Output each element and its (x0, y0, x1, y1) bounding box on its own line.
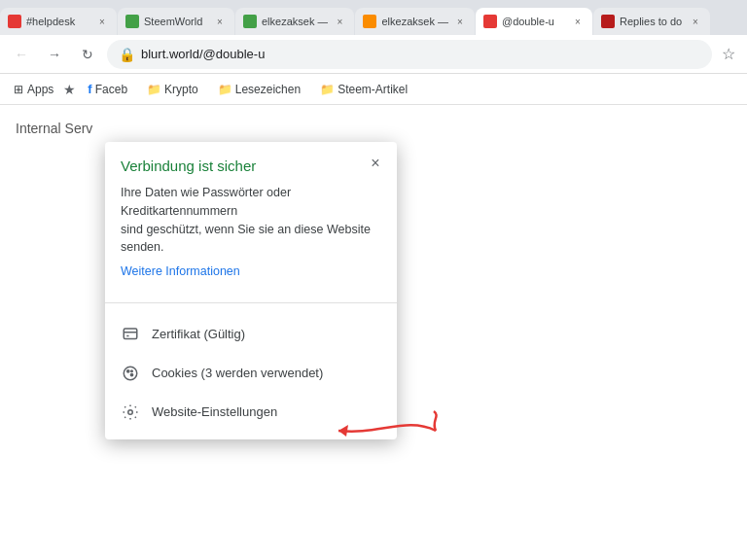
tab-elkezaksek2[interactable]: elkezaksek — × (355, 8, 474, 35)
cert-icon (121, 325, 140, 344)
tab-label: elkezaksek — (262, 16, 328, 27)
lock-icon: 🔒 (119, 47, 135, 62)
bookmark-folder-icon: 📁 (147, 83, 161, 96)
forward-button[interactable]: → (41, 41, 68, 68)
apps-grid-icon: ⊞ (14, 83, 23, 96)
bookmark-star-button[interactable]: ☆ (718, 45, 739, 63)
tab-steemworld[interactable]: SteemWorld × (118, 8, 234, 35)
more-info-link[interactable]: Weitere Informationen (121, 262, 381, 281)
bookmark-faceb[interactable]: f Faceb (80, 79, 135, 99)
bookmark-label: Steem-Artikel (338, 83, 408, 96)
address-bar[interactable]: 🔒 blurt.world/@double-u (107, 40, 712, 69)
popup-item-settings[interactable]: Website-Einstellungen (105, 393, 397, 432)
browser-window: #helpdesk × SteemWorld × elkezaksek — × … (0, 0, 747, 560)
tab-favicon (243, 15, 257, 28)
tab-replies[interactable]: Replies to do × (593, 8, 710, 35)
tab-close-button[interactable]: × (689, 15, 702, 28)
tab-label: elkezaksek — (381, 16, 447, 27)
bookmarks-bar: ⊞ Apps ★ f Faceb 📁 Krypto 📁 Lesezeichen … (0, 74, 747, 105)
popup-title: Verbindung ist sicher (121, 158, 381, 174)
apps-label: Apps (27, 83, 53, 96)
address-text: blurt.world/@double-u (141, 47, 700, 61)
popup-item-label: Cookies (3 werden verwendet) (152, 366, 323, 380)
tab-favicon (363, 15, 376, 28)
svg-point-5 (130, 373, 132, 375)
tab-label: Replies to do (620, 16, 684, 27)
popup-body-text1: Ihre Daten wie Passwörter oder Kreditkar… (121, 186, 291, 218)
popup-item-cookies[interactable]: Cookies (3 werden verwendet) (105, 354, 397, 393)
bookmark-folder-icon: 📁 (218, 83, 232, 96)
tab-label: #helpdesk (26, 16, 90, 27)
tab-close-button[interactable]: × (333, 15, 346, 28)
toolbar: ← → ↻ 🔒 blurt.world/@double-u ☆ (0, 35, 747, 74)
apps-button[interactable]: ⊞ Apps (8, 80, 59, 99)
svg-rect-0 (124, 329, 137, 339)
tab-close-button[interactable]: × (213, 15, 227, 28)
bookmark-icon: f (88, 82, 91, 96)
back-button[interactable]: ← (8, 41, 35, 68)
popup-items-section: Zertifikat (Gültig) Cookies (3 werden ve… (105, 315, 397, 439)
bookmark-steem[interactable]: 📁 Steem-Artikel (312, 80, 415, 99)
tab-close-button[interactable]: × (95, 15, 109, 28)
popup-body-text2: sind geschützt, wenn Sie sie an diese We… (121, 223, 371, 255)
bookmark-krypto[interactable]: 📁 Krypto (139, 80, 206, 99)
page-content: Internal Serv Verbindung ist sicher × Ih… (0, 105, 747, 560)
security-popup: Verbindung ist sicher × Ihre Daten wie P… (105, 142, 397, 439)
popup-close-button[interactable]: × (366, 154, 385, 173)
tab-label: SteemWorld (144, 16, 208, 27)
bookmark-label: Lesezeichen (235, 83, 301, 96)
gear-icon (121, 402, 140, 422)
svg-point-6 (131, 370, 133, 372)
tab-favicon (601, 15, 615, 28)
svg-point-3 (124, 367, 137, 380)
reload-button[interactable]: ↻ (74, 41, 101, 68)
star-icon: ★ (63, 82, 76, 97)
tab-elkezaksek1[interactable]: elkezaksek — × (235, 8, 354, 35)
cookie-icon (121, 364, 140, 383)
bookmark-label: Faceb (95, 83, 127, 96)
bookmark-label: Krypto (164, 83, 198, 96)
tab-bar: #helpdesk × SteemWorld × elkezaksek — × … (0, 0, 747, 35)
tab-favicon (483, 15, 497, 28)
tab-helpdesk[interactable]: #helpdesk × (0, 8, 117, 35)
tab-close-button[interactable]: × (571, 15, 585, 28)
tab-favicon (125, 15, 139, 28)
tab-double-u[interactable]: @double-u × (476, 8, 592, 35)
bookmark-folder-icon: 📁 (320, 83, 335, 96)
tab-favicon (8, 15, 21, 28)
popup-item-certificate[interactable]: Zertifikat (Gültig) (105, 315, 397, 354)
bookmark-lesezeichen[interactable]: 📁 Lesezeichen (210, 80, 308, 99)
svg-point-4 (127, 369, 129, 371)
popup-body: Ihre Daten wie Passwörter oder Kreditkar… (121, 184, 381, 281)
popup-item-label: Website-Einstellungen (152, 404, 277, 419)
svg-point-7 (128, 410, 133, 415)
tab-close-button[interactable]: × (453, 15, 467, 28)
tab-label: @double-u (502, 16, 566, 27)
popup-header: Verbindung ist sicher × Ihre Daten wie P… (105, 142, 397, 291)
popup-item-label: Zertifikat (Gültig) (152, 327, 245, 341)
popup-divider (105, 302, 397, 303)
